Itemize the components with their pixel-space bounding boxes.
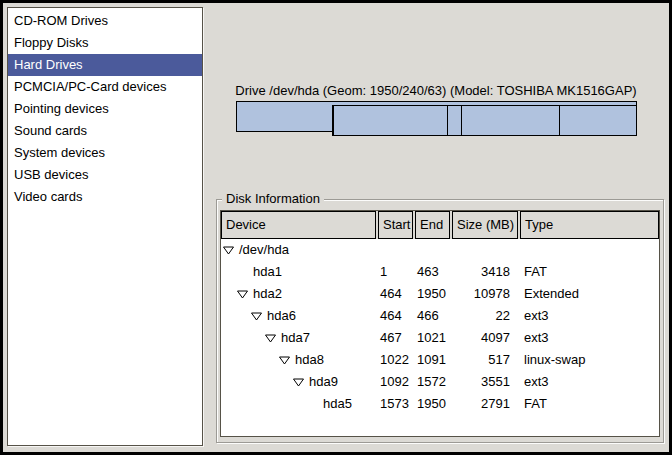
start-cell: 467: [378, 327, 413, 349]
start-cell: 1092: [378, 371, 413, 393]
sidebar-item-pointing-devices[interactable]: Pointing devices: [8, 98, 202, 120]
table-row-hda7[interactable]: hda746710214097ext3: [221, 327, 659, 349]
column-header-size[interactable]: Size (MB): [452, 211, 518, 239]
device-name: /dev/hda: [239, 239, 289, 261]
end-cell: 1091: [415, 349, 450, 371]
device-name: hda6: [267, 305, 296, 327]
disk-information-label: Disk Information: [222, 191, 324, 207]
expander-triangle-icon[interactable]: [251, 312, 262, 321]
end-cell: 466: [415, 305, 450, 327]
size-cell: 517: [452, 349, 518, 371]
end-cell: [415, 239, 450, 261]
end-cell: 1021: [415, 327, 450, 349]
size-cell: 3418: [452, 261, 518, 283]
table-row-hda9[interactable]: hda9109215723551ext3: [221, 371, 659, 393]
device-name: hda8: [295, 349, 324, 371]
size-cell: 22: [452, 305, 518, 327]
table-row--dev-hda[interactable]: /dev/hda: [221, 239, 659, 261]
size-cell: 3551: [452, 371, 518, 393]
type-cell: FAT: [520, 393, 659, 415]
end-cell: 1950: [415, 283, 450, 305]
start-cell: [378, 239, 413, 261]
type-cell: ext3: [520, 371, 659, 393]
expander-triangle-icon[interactable]: [223, 246, 234, 255]
end-cell: 1950: [415, 393, 450, 415]
column-header-type[interactable]: Type: [520, 211, 659, 239]
device-cell: hda6: [221, 305, 376, 327]
device-cell: hda9: [221, 371, 376, 393]
table-row-hda1[interactable]: hda114633418FAT: [221, 261, 659, 283]
device-name: hda1: [253, 261, 282, 283]
size-cell: 4097: [452, 327, 518, 349]
end-cell: 463: [415, 261, 450, 283]
start-cell: 1573: [378, 393, 413, 415]
expander-triangle-icon[interactable]: [265, 334, 276, 343]
table-row-hda8[interactable]: hda810221091517linux-swap: [221, 349, 659, 371]
type-cell: FAT: [520, 261, 659, 283]
disk-information-table: Device Start End Size (MB) Type /dev/hda…: [220, 210, 660, 437]
partition-divider: [447, 106, 448, 135]
table-row-hda5[interactable]: hda5157319502791FAT: [221, 393, 659, 415]
sidebar-item-system-devices[interactable]: System devices: [8, 142, 202, 164]
type-cell: Extended: [520, 283, 659, 305]
device-cell: hda7: [221, 327, 376, 349]
column-header-start[interactable]: Start: [378, 211, 413, 239]
device-name: hda9: [309, 371, 338, 393]
drive-title: Drive /dev/hda (Geom: 1950/240/63) (Mode…: [220, 83, 652, 99]
table-body: /dev/hdahda114633418FAThda2464195010978E…: [221, 239, 659, 415]
expander-triangle-icon[interactable]: [279, 356, 290, 365]
sidebar-item-cd-rom-drives[interactable]: CD-ROM Drives: [8, 10, 202, 32]
partition-bar: [236, 101, 637, 132]
column-header-end[interactable]: End: [415, 211, 450, 239]
sidebar-item-sound-cards[interactable]: Sound cards: [8, 120, 202, 142]
expander-triangle-icon[interactable]: [237, 290, 248, 299]
device-name: hda7: [281, 327, 310, 349]
sidebar-item-video-cards[interactable]: Video cards: [8, 186, 202, 208]
disk-information-frame: Disk Information Device Start End Size (…: [216, 199, 664, 443]
extended-partition-segment: [332, 105, 637, 136]
table-row-hda2[interactable]: hda2464195010978Extended: [221, 283, 659, 305]
expander-triangle-icon[interactable]: [293, 378, 304, 387]
device-name: hda5: [323, 393, 352, 415]
sidebar-item-usb-devices[interactable]: USB devices: [8, 164, 202, 186]
type-cell: [520, 239, 659, 261]
device-cell: hda1: [221, 261, 376, 283]
device-cell: hda2: [221, 283, 376, 305]
device-name: hda2: [253, 283, 282, 305]
sidebar-item-floppy-disks[interactable]: Floppy Disks: [8, 32, 202, 54]
table-row-hda6[interactable]: hda646446622ext3: [221, 305, 659, 327]
partition-divider: [333, 106, 334, 135]
end-cell: 1572: [415, 371, 450, 393]
type-cell: ext3: [520, 305, 659, 327]
partition-divider: [461, 106, 462, 135]
start-cell: 464: [378, 283, 413, 305]
partition-divider: [559, 106, 560, 135]
device-category-list: CD-ROM DrivesFloppy DisksHard DrivesPCMC…: [7, 7, 203, 446]
table-header-row: Device Start End Size (MB) Type: [221, 211, 659, 239]
sidebar-item-pcmcia-pc-card-devices[interactable]: PCMCIA/PC-Card devices: [8, 76, 202, 98]
device-cell: /dev/hda: [221, 239, 376, 261]
sidebar-item-hard-drives[interactable]: Hard Drives: [8, 54, 202, 76]
size-cell: 10978: [452, 283, 518, 305]
start-cell: 1022: [378, 349, 413, 371]
start-cell: 464: [378, 305, 413, 327]
hardware-browser-window: CD-ROM DrivesFloppy DisksHard DrivesPCMC…: [0, 0, 672, 455]
type-cell: ext3: [520, 327, 659, 349]
size-cell: [452, 239, 518, 261]
size-cell: 2791: [452, 393, 518, 415]
start-cell: 1: [378, 261, 413, 283]
type-cell: linux-swap: [520, 349, 659, 371]
device-cell: hda5: [221, 393, 376, 415]
column-header-device[interactable]: Device: [221, 211, 376, 239]
device-cell: hda8: [221, 349, 376, 371]
